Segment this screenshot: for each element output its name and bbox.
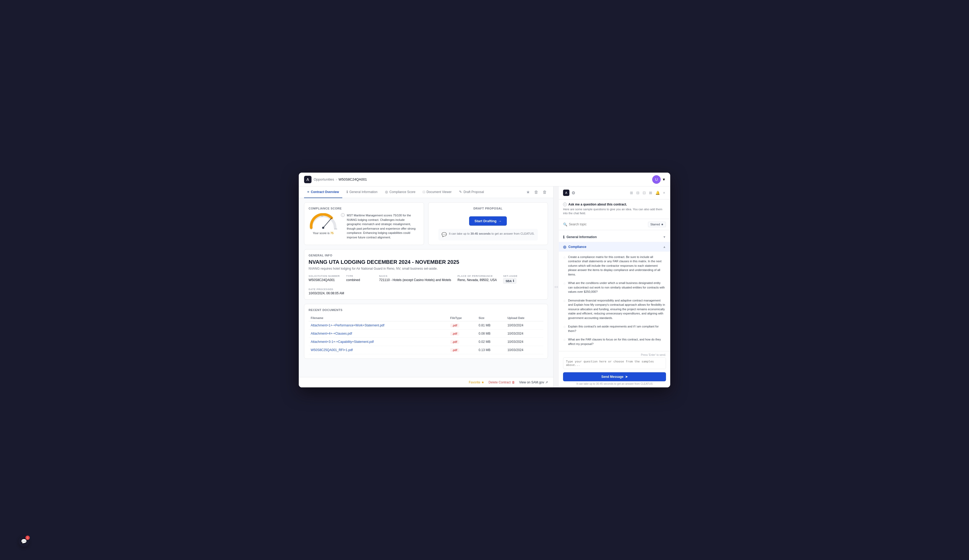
tab-bar: ≡ Contract Overview ℹ General Informatio… bbox=[299, 186, 553, 198]
field-place-of-performance: PLACE OF PERFORMANCE Reno, Nevada, 89502… bbox=[458, 275, 497, 282]
tab-compliance-label: Compliance Score bbox=[390, 190, 416, 194]
avatar[interactable]: U bbox=[652, 175, 661, 184]
trash-button-1[interactable]: 🗑 bbox=[533, 189, 539, 196]
rp-header-icons: ⊞ ⊟ ⊡ ⊠ 🔔 × bbox=[629, 190, 666, 196]
tab-general-info-icon: ℹ bbox=[346, 190, 348, 194]
accordion-content-compliance: ☆ Create a compliance matrix for this co… bbox=[559, 252, 670, 351]
ask-title-text: Ask me a question about this contract. bbox=[568, 203, 627, 206]
general-info-fields: SOLICITATION NUMBER W50S8C24QA001 TYPE c… bbox=[309, 275, 543, 284]
chat-input[interactable] bbox=[563, 357, 666, 369]
table-row: Attachment+3-1+-+Capability+Statement.pd… bbox=[309, 338, 543, 346]
search-icon: 🔍 bbox=[563, 223, 567, 226]
tab-contract-overview[interactable]: ≡ Contract Overview bbox=[304, 186, 342, 198]
tab-draft-icon: ✎ bbox=[459, 190, 462, 194]
notification-bell-icon[interactable]: 🔔 bbox=[654, 190, 661, 196]
send-message-label: Send Message bbox=[601, 375, 623, 379]
col-upload-date: Upload Date bbox=[505, 315, 543, 321]
draft-note-text: It can take up to 30-45 seconds to get a… bbox=[449, 231, 534, 236]
documents-table: Filename FileType Size Upload Date Attac… bbox=[309, 315, 543, 354]
avatar-chevron[interactable]: ▾ bbox=[663, 177, 665, 182]
accordion-label-general-information: General Information bbox=[566, 235, 597, 239]
close-button[interactable]: × bbox=[662, 190, 666, 196]
doc-filename[interactable]: Attachment+3-1+-+Capability+Statement.pd… bbox=[309, 338, 448, 346]
tab-general-information[interactable]: ℹ General Information bbox=[343, 186, 381, 198]
breadcrumb: Opportunities › W50S8C24QA001 bbox=[314, 178, 650, 181]
star-button[interactable]: ★ bbox=[525, 188, 531, 196]
general-info-label: General Info bbox=[309, 254, 543, 257]
gauge-section: 0 50 100 Your score is 75 bbox=[309, 213, 420, 239]
question-item[interactable]: ☆ What are the conditions under which a … bbox=[563, 280, 666, 295]
search-input-wrap: 🔍 bbox=[563, 223, 646, 226]
info-icon: i bbox=[341, 213, 345, 217]
tab-contract-overview-label: Contract Overview bbox=[311, 190, 339, 194]
pdf-badge: .pdf bbox=[450, 324, 459, 327]
set-aside-value: SBA ℹ bbox=[503, 278, 529, 284]
layout-icon-2[interactable]: ⊟ bbox=[636, 190, 640, 196]
table-row: Attachment+4+-+Clauses.pdf .pdf 0.08 MB … bbox=[309, 330, 543, 338]
start-drafting-icon: → bbox=[498, 219, 501, 223]
chat-bubble-icon: 💬 bbox=[21, 538, 27, 544]
accordion-header-general-information[interactable]: ℹ General Information ▼ bbox=[559, 232, 670, 242]
delete-contract-action[interactable]: Delete Contract 🗑 bbox=[488, 381, 515, 384]
doc-size: 0.13 MB bbox=[476, 346, 506, 354]
chat-hint: Press 'Enter' to send. bbox=[563, 354, 666, 356]
doc-filename[interactable]: Attachment+1+-+Performance+Work+Statemen… bbox=[309, 321, 448, 330]
field-naics: NAICS 721110 - Hotels (except Casino Hot… bbox=[379, 275, 451, 282]
tab-compliance-score[interactable]: ◎ Compliance Score bbox=[382, 186, 419, 198]
gauge-description: MST Maritime Management scores 75/100 fo… bbox=[347, 213, 420, 239]
doc-filename[interactable]: W50S8C25QA001_RFI+1.pdf bbox=[309, 346, 448, 354]
question-text: Demonstrate financial responsibility and… bbox=[568, 298, 666, 320]
question-item[interactable]: ☆ Demonstrate financial responsibility a… bbox=[563, 297, 666, 321]
draft-note: 💬 It can take up to 30-45 seconds to get… bbox=[438, 229, 538, 241]
start-drafting-button[interactable]: Start Drafting → bbox=[469, 216, 507, 226]
accordion-icon-general-information: ℹ bbox=[563, 235, 564, 239]
ask-subtitle: Here are some sample questions to give y… bbox=[563, 207, 666, 216]
question-item[interactable]: ☆ What are the FAR clauses to focus on f… bbox=[563, 336, 666, 347]
chat-footer-note: It can take up to 30-45 seconds to get a… bbox=[563, 382, 666, 385]
gauge-chart: 0 50 100 bbox=[309, 213, 338, 230]
accordion-list: ℹ General Information ▼ ◎ Compliance ▲ ☆… bbox=[559, 230, 670, 351]
question-text: Create a compliance matrix for this cont… bbox=[568, 255, 666, 277]
tab-document-viewer[interactable]: □ Document Viewer bbox=[420, 186, 455, 198]
question-item[interactable]: ☆ Based on FAR regulations, what is the … bbox=[563, 349, 666, 351]
chat-badge: 1 bbox=[25, 536, 30, 540]
doc-upload-date: 10/03/2024 bbox=[505, 346, 543, 354]
doc-size: 0.81 MB bbox=[476, 321, 506, 330]
question-item[interactable]: ☆ Explain this contract's set-aside requ… bbox=[563, 323, 666, 334]
doc-filename[interactable]: Attachment+4+-+Clauses.pdf bbox=[309, 330, 448, 338]
app-logo: Λ bbox=[304, 176, 311, 183]
col-size: Size bbox=[476, 315, 506, 321]
send-message-button[interactable]: Send Message ➤ bbox=[563, 372, 666, 381]
question-star-icon: ☆ bbox=[563, 337, 566, 342]
pdf-badge: .pdf bbox=[450, 332, 459, 336]
accordion-chevron-general-information: ▼ bbox=[663, 235, 666, 239]
trash-button-2[interactable]: 🗑 bbox=[541, 189, 548, 196]
layout-icon-3[interactable]: ⊡ bbox=[642, 190, 647, 196]
main-layout: ≡ Contract Overview ℹ General Informatio… bbox=[299, 186, 670, 387]
layout-icon-1[interactable]: ⊞ bbox=[629, 190, 634, 196]
sba-info-icon: ℹ bbox=[513, 279, 514, 282]
starred-button[interactable]: Starred ★ bbox=[648, 222, 666, 227]
layout-icon-4[interactable]: ⊠ bbox=[648, 190, 653, 196]
ask-title: i Ask me a question about this contract. bbox=[563, 203, 666, 206]
ask-info-icon: i bbox=[563, 203, 567, 206]
tab-doc-viewer-icon: □ bbox=[423, 190, 425, 194]
view-on-sam-action[interactable]: View on SAM.gov ↗ bbox=[519, 381, 548, 384]
date-processed-label: DATE PROCESSED bbox=[309, 288, 543, 291]
search-input[interactable] bbox=[569, 223, 646, 226]
svg-text:50: 50 bbox=[321, 215, 323, 217]
type-label: TYPE bbox=[346, 275, 373, 278]
resize-handle[interactable]: ⇔ bbox=[553, 186, 559, 387]
compliance-score-title: Compliance Score bbox=[309, 207, 420, 210]
accordion-header-compliance[interactable]: ◎ Compliance ▲ bbox=[559, 242, 670, 252]
favorite-action[interactable]: Favorite ★ bbox=[469, 381, 484, 384]
tab-draft-proposal[interactable]: ✎ Draft Proposal bbox=[456, 186, 487, 198]
question-item[interactable]: ☆ Create a compliance matrix for this co… bbox=[563, 254, 666, 278]
general-info-card: General Info NVANG UTA LODGING DECEMBER … bbox=[304, 249, 548, 300]
breadcrumb-root[interactable]: Opportunities bbox=[314, 178, 334, 181]
doc-upload-date: 10/03/2024 bbox=[505, 338, 543, 346]
field-set-aside: SET-ASIDE SBA ℹ bbox=[503, 275, 529, 284]
chat-bubble-button[interactable]: 💬 1 bbox=[18, 536, 29, 547]
recent-docs-title: Recent Documents bbox=[309, 308, 543, 312]
svg-text:0: 0 bbox=[311, 228, 312, 230]
